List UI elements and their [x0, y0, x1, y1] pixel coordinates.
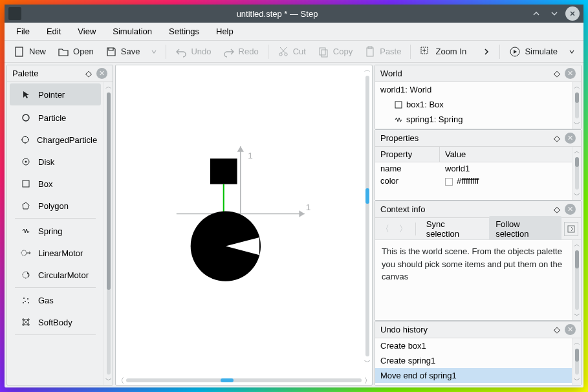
svg-rect-13 — [23, 180, 29, 187]
menu-edit[interactable]: Edit — [39, 24, 69, 39]
world-tree[interactable]: world1: World box1: Box spring1: Spring — [375, 82, 572, 129]
panel-close-button[interactable]: ✕ — [565, 324, 576, 335]
follow-selection-button[interactable]: Follow selection — [489, 216, 561, 242]
menu-view[interactable]: View — [70, 24, 103, 39]
toolbar: New Open Save Undo Redo Cut Copy Paste Z… — [5, 41, 583, 63]
tree-item-box[interactable]: box1: Box — [375, 97, 572, 112]
panel-close-button[interactable]: ✕ — [565, 68, 576, 79]
properties-scrollbar[interactable]: ︿﹀ — [572, 147, 581, 200]
palette-item-circular-motor[interactable]: CircularMotor — [7, 264, 103, 286]
svg-point-21 — [23, 319, 24, 320]
palette-item-softbody[interactable]: SoftBody — [7, 311, 103, 333]
menubar: File Edit View Simulation Settings Help — [5, 23, 583, 41]
redo-icon — [223, 46, 235, 58]
panel-title: Context info — [380, 204, 549, 214]
panel-float-button[interactable]: ◇ — [552, 204, 562, 215]
properties-table[interactable]: PropertyValue nameworld1 color#ffffffff — [375, 147, 572, 200]
panel-float-button[interactable]: ◇ — [552, 69, 562, 79]
svg-point-14 — [21, 250, 27, 256]
paste-icon — [364, 46, 376, 58]
palette-scrollbar[interactable]: ︿ ﹀ — [103, 82, 113, 385]
window-title: untitled.step * — Step — [25, 9, 529, 19]
menu-help[interactable]: Help — [208, 24, 241, 39]
copy-button[interactable]: Copy — [312, 43, 358, 60]
panel-float-button[interactable]: ◇ — [552, 325, 562, 335]
prop-key: color — [375, 175, 440, 187]
prop-value[interactable]: #ffffffff — [440, 175, 484, 187]
context-back-button[interactable]: 〈 — [378, 221, 393, 237]
svg-point-16 — [23, 298, 25, 299]
paste-button[interactable]: Paste — [359, 43, 406, 60]
save-dropdown[interactable] — [146, 47, 162, 57]
axis-x-label: 1 — [306, 202, 311, 212]
redo-button[interactable]: Redo — [218, 43, 264, 60]
panel-float-button[interactable]: ◇ — [83, 69, 94, 79]
menu-settings[interactable]: Settings — [161, 24, 207, 39]
open-icon — [58, 46, 69, 58]
close-button[interactable] — [565, 6, 580, 21]
pointer-icon — [20, 89, 32, 100]
context-scrollbar[interactable]: ︿﹀ — [572, 240, 581, 320]
play-icon — [509, 46, 521, 58]
svg-point-2 — [284, 52, 287, 55]
palette-item-box[interactable]: Box — [7, 173, 103, 195]
undo-icon — [175, 46, 187, 58]
prop-value[interactable]: world1 — [440, 162, 475, 175]
undo-item[interactable]: Create spring1 — [375, 353, 572, 368]
toolbar-overflow[interactable] — [477, 45, 495, 58]
panel-title: Undo history — [380, 325, 549, 334]
sync-selection-button[interactable]: Sync selection — [420, 216, 486, 242]
world-scrollbar[interactable]: ︿﹀ — [572, 82, 581, 129]
palette-item-charged-particle[interactable]: ChargedParticle — [7, 129, 103, 151]
palette-list: Pointer Particle ChargedParticle Disk Bo… — [7, 82, 103, 385]
palette-separator — [15, 218, 96, 219]
new-button[interactable]: New — [8, 43, 51, 60]
simulate-button[interactable]: Simulate — [504, 43, 563, 60]
undo-scrollbar[interactable]: ︿﹀ — [572, 338, 581, 385]
canvas-vertical-scrollbar[interactable]: ︿﹀ — [363, 65, 372, 367]
toolbar-label: New — [29, 47, 46, 56]
copy-icon — [318, 46, 329, 58]
palette-item-label: Polygon — [38, 201, 69, 211]
undo-item[interactable]: Move end of spring1 — [375, 368, 572, 383]
context-more-button[interactable] — [564, 222, 578, 236]
panel-close-button[interactable]: ✕ — [96, 68, 107, 79]
menu-simulation[interactable]: Simulation — [105, 24, 160, 39]
palette-item-linear-motor[interactable]: LinearMotor — [7, 242, 103, 264]
menu-file[interactable]: File — [8, 24, 38, 39]
palette-item-label: Spring — [38, 226, 63, 236]
panel-float-button[interactable]: ◇ — [552, 133, 562, 144]
palette-item-pointer[interactable]: Pointer — [10, 83, 101, 105]
maximize-button[interactable] — [547, 6, 561, 21]
panel-close-button[interactable]: ✕ — [565, 133, 576, 144]
palette-item-label: ChargedParticle — [37, 135, 97, 145]
open-button[interactable]: Open — [52, 43, 99, 60]
palette-separator — [15, 334, 96, 335]
svg-point-15 — [23, 272, 29, 278]
svg-point-17 — [27, 298, 28, 299]
palette-item-disk[interactable]: Disk — [7, 151, 103, 173]
minimize-button[interactable] — [529, 6, 543, 21]
canvas[interactable]: 1 1 ︿﹀ 〈〉 — [115, 65, 373, 386]
save-button[interactable]: Save — [100, 43, 146, 60]
tree-item-spring[interactable]: spring1: Spring — [375, 112, 572, 127]
cut-button[interactable]: Cut — [272, 43, 311, 60]
undo-history-list[interactable]: Create box1 Create spring1 Move end of s… — [375, 338, 572, 385]
toolbar-label: Paste — [380, 47, 401, 56]
undo-button[interactable]: Undo — [170, 43, 216, 60]
palette-item-spring[interactable]: Spring — [7, 220, 103, 242]
zoom-in-button[interactable]: Zoom In — [415, 43, 472, 60]
simulate-dropdown[interactable] — [564, 47, 580, 57]
svg-rect-0 — [16, 47, 23, 56]
property-row: color#ffffffff — [375, 175, 572, 187]
context-forward-button[interactable]: 〉 — [396, 221, 411, 237]
palette-item-label: Disk — [38, 157, 54, 167]
undo-item[interactable]: Create box1 — [375, 338, 572, 353]
box-icon — [20, 178, 32, 190]
palette-item-particle[interactable]: Particle — [7, 107, 103, 129]
panel-close-button[interactable]: ✕ — [565, 204, 576, 215]
palette-item-polygon[interactable]: Polygon — [7, 195, 103, 217]
tree-item-world[interactable]: world1: World — [375, 82, 572, 97]
canvas-horizontal-scrollbar[interactable]: 〈〉 — [116, 376, 372, 385]
palette-item-gas[interactable]: Gas — [7, 289, 103, 311]
